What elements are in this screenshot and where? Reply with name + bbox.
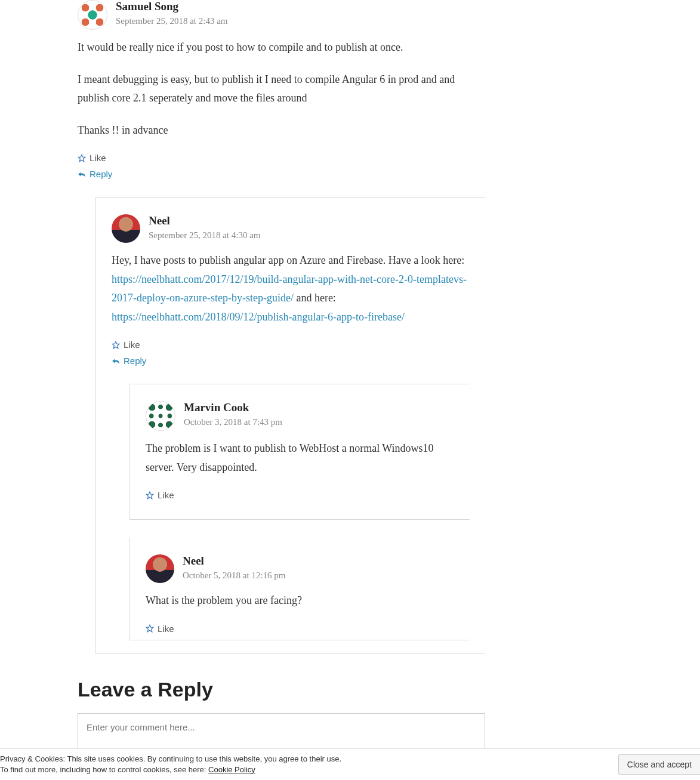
- svg-marker-3: [146, 625, 153, 632]
- comment-body: What is the problem you are facing?: [146, 591, 454, 611]
- svg-marker-0: [78, 155, 85, 162]
- reply-row: Reply: [78, 169, 485, 179]
- like-row: Like: [78, 153, 485, 163]
- reply-icon: [112, 357, 120, 365]
- comment-header: Neel September 25, 2018 at 4:30 am: [112, 214, 470, 243]
- comment-nested: Marvin Cook October 3, 2018 at 7:43 pm T…: [129, 384, 470, 520]
- cookie-close-button[interactable]: Close and accept: [618, 754, 700, 775]
- comment-timestamp-link[interactable]: September 25, 2018 at 2:43 am: [116, 16, 227, 26]
- reply-link[interactable]: Reply: [90, 169, 112, 179]
- like-label[interactable]: Like: [90, 153, 106, 163]
- comment-author: Marvin Cook: [184, 401, 282, 415]
- comment-paragraph: The problem is I want to publish to WebH…: [146, 439, 454, 477]
- cookie-policy-link[interactable]: Cookie Policy: [208, 765, 255, 774]
- comment-body: It would be really nice if you post to h…: [78, 38, 485, 140]
- avatar: [78, 0, 107, 30]
- comment-paragraph: What is the problem you are facing?: [146, 591, 454, 611]
- reply-row: Reply: [112, 356, 470, 366]
- svg-marker-2: [146, 492, 153, 499]
- comment-meta: Neel September 25, 2018 at 4:30 am: [149, 214, 260, 241]
- comment-meta: Samuel Song September 25, 2018 at 2:43 a…: [116, 0, 227, 26]
- comment-text: and here:: [296, 292, 335, 304]
- comment-nested: Neel October 5, 2018 at 12:16 pm What is…: [129, 538, 470, 640]
- leave-reply-heading: Leave a Reply: [78, 678, 485, 701]
- comment-paragraph: Hey, I have posts to publish angular app…: [112, 251, 470, 326]
- comment-header: Samuel Song September 25, 2018 at 2:43 a…: [78, 0, 485, 30]
- comment: Samuel Song September 25, 2018 at 2:43 a…: [78, 0, 485, 654]
- comment-paragraph: Thanks !! in advance: [78, 121, 485, 140]
- avatar: [112, 214, 140, 243]
- comment-meta: Marvin Cook October 3, 2018 at 7:43 pm: [184, 401, 282, 427]
- like-row: Like: [112, 340, 470, 350]
- external-link[interactable]: https://neelbhatt.com/2018/09/12/publish…: [112, 311, 405, 323]
- like-row: Like: [146, 490, 454, 500]
- comment-header: Marvin Cook October 3, 2018 at 7:43 pm: [146, 401, 454, 431]
- comment-timestamp-link[interactable]: September 25, 2018 at 4:30 am: [149, 230, 260, 241]
- comment-paragraph: I meant debugging is easy, but to publis…: [78, 70, 485, 108]
- comment-nested: Neel September 25, 2018 at 4:30 am Hey, …: [95, 197, 485, 654]
- comment-author: Neel: [149, 214, 260, 228]
- comment-header: Neel October 5, 2018 at 12:16 pm: [146, 554, 454, 583]
- comment-author: Neel: [183, 554, 285, 568]
- reply-link[interactable]: Reply: [124, 356, 146, 366]
- external-link[interactable]: https://neelbhatt.com/2017/12/19/build-a…: [112, 273, 467, 304]
- comment-meta: Neel October 5, 2018 at 12:16 pm: [183, 554, 285, 581]
- comment-paragraph: It would be really nice if you post to h…: [78, 38, 485, 57]
- comment-timestamp-link[interactable]: October 3, 2018 at 7:43 pm: [184, 417, 282, 427]
- like-row: Like: [146, 624, 454, 634]
- cookie-line1: Privacy & Cookies: This site uses cookie…: [0, 754, 341, 763]
- cookie-text: Privacy & Cookies: This site uses cookie…: [0, 754, 606, 775]
- cookie-line2: To find out more, including how to contr…: [0, 765, 208, 774]
- star-icon: [146, 624, 154, 633]
- comment-body: Hey, I have posts to publish angular app…: [112, 251, 470, 326]
- like-label[interactable]: Like: [158, 624, 174, 634]
- star-icon: [78, 154, 86, 162]
- comment-body: The problem is I want to publish to WebH…: [146, 439, 454, 477]
- reply-icon: [78, 171, 86, 178]
- like-label[interactable]: Like: [158, 490, 174, 500]
- avatar: [146, 401, 175, 431]
- comment-text: Hey, I have posts to publish angular app…: [112, 254, 464, 266]
- like-label[interactable]: Like: [124, 340, 140, 350]
- svg-marker-1: [112, 341, 119, 349]
- star-icon: [146, 491, 154, 500]
- avatar: [146, 554, 174, 583]
- star-icon: [112, 341, 120, 349]
- cookie-banner: Privacy & Cookies: This site uses cookie…: [0, 748, 700, 780]
- comment-timestamp-link[interactable]: October 5, 2018 at 12:16 pm: [183, 571, 285, 581]
- comment-author: Samuel Song: [116, 0, 227, 14]
